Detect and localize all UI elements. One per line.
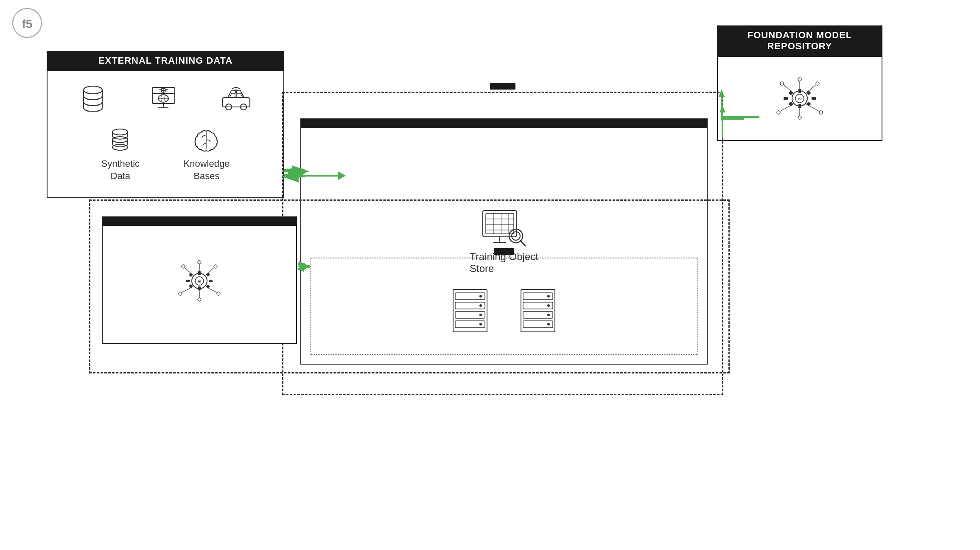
training-services-title	[300, 118, 708, 127]
svg-rect-79	[186, 280, 190, 282]
knowledge-bases-item: KnowledgeBases	[184, 127, 230, 182]
svg-line-19	[784, 85, 793, 93]
synthetic-data-icon	[106, 127, 134, 154]
inference-services: AI	[102, 216, 297, 344]
svg-text:f5: f5	[22, 17, 33, 31]
ai-model-icon: AI	[770, 75, 829, 122]
database-icon	[79, 84, 107, 112]
svg-point-88	[179, 292, 182, 295]
sensors-icon	[220, 84, 252, 112]
svg-point-40	[112, 129, 128, 135]
knowledge-bases-label: KnowledgeBases	[184, 158, 230, 182]
svg-line-95	[206, 287, 217, 292]
svg-point-86	[182, 265, 185, 268]
inference-services-title	[102, 216, 297, 225]
synthetic-data-label: SyntheticData	[101, 158, 140, 182]
svg-line-92	[185, 268, 193, 275]
svg-point-91	[198, 298, 201, 301]
svg-line-21	[780, 104, 793, 111]
svg-line-22	[806, 104, 819, 111]
svg-point-17	[798, 78, 801, 81]
svg-rect-8	[788, 90, 793, 95]
arrow-training-data-to-services	[286, 171, 346, 180]
svg-rect-6	[784, 97, 788, 100]
svg-point-90	[198, 261, 201, 264]
databases-item	[79, 84, 107, 115]
external-training-title: EXTERNAL TRAINING DATA	[47, 51, 284, 70]
svg-rect-9	[806, 90, 811, 95]
websites-icon	[150, 84, 177, 112]
svg-point-18	[798, 116, 801, 119]
foundation-model-repository: FOUNDATION MODELREPOSITORY AI	[717, 25, 882, 141]
svg-rect-7	[812, 97, 816, 100]
foundation-repo-title: FOUNDATION MODELREPOSITORY	[717, 25, 882, 56]
f5-logo: f5	[12, 8, 42, 38]
model-repository-icon: AI	[174, 259, 225, 306]
svg-point-15	[777, 111, 780, 114]
svg-point-13	[780, 82, 784, 85]
svg-line-94	[182, 287, 193, 292]
svg-point-14	[816, 82, 819, 85]
websites-item	[150, 84, 177, 115]
svg-line-20	[806, 85, 816, 93]
svg-text:AI: AI	[198, 279, 202, 283]
svg-rect-80	[209, 280, 213, 282]
svg-point-16	[819, 111, 823, 114]
synthetic-data-item: SyntheticData	[101, 127, 140, 182]
ai-factory-label	[490, 83, 515, 90]
svg-point-89	[217, 292, 220, 295]
sensors-item	[220, 84, 252, 115]
external-training-data: EXTERNAL TRAINING DATA	[47, 51, 284, 198]
svg-point-39	[235, 91, 237, 93]
svg-line-93	[206, 268, 214, 275]
svg-point-25	[84, 86, 102, 94]
svg-text:AI: AI	[798, 97, 802, 101]
svg-point-87	[214, 265, 217, 268]
knowledge-bases-icon	[193, 127, 220, 154]
